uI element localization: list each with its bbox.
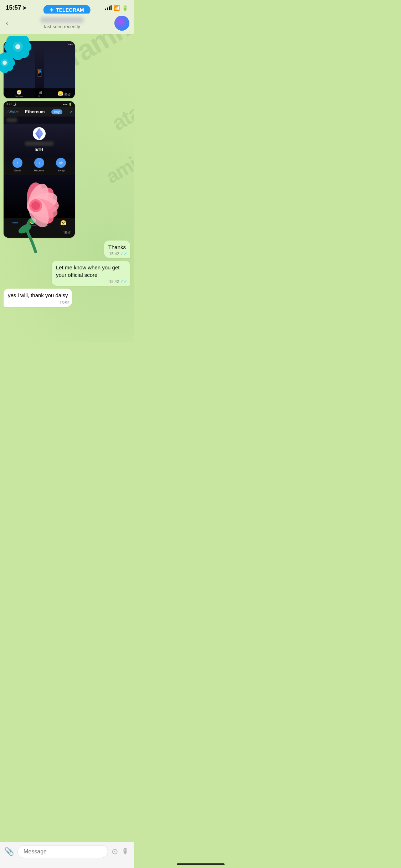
time-display: 15:57 xyxy=(6,4,21,11)
svg-point-0 xyxy=(114,16,129,31)
eth-action-buttons: ↑ Send ↓ Receive ⇄ Swap xyxy=(4,155,75,175)
eth-buy-button: Buy xyxy=(51,109,63,114)
eth-receive-button: ↓ Receive xyxy=(34,158,45,172)
thanks-time: 15:42 xyxy=(109,252,119,256)
eth-screenshot-message: 3:41 🌙 ●●● 🔋 ‹ Wallet Ethereum Buy ↗ xyxy=(4,101,130,238)
first-screenshot-bubble[interactable]: 3:41 ●●● 📱 🧭 Discover xyxy=(4,41,75,98)
status-icons: 📶 🔋 xyxy=(105,5,128,11)
avatar-image xyxy=(114,16,129,31)
score-text: Let me know when you get your official s… xyxy=(56,264,119,278)
eth-logo-area: ETH xyxy=(4,124,75,155)
wifi-icon: 📶 xyxy=(114,5,120,11)
eth-send-button: ↑ Send xyxy=(12,158,22,172)
eth-back-label: ‹ Wallet xyxy=(6,110,19,114)
eth-swap-icon: ⇄ xyxy=(56,158,66,168)
status-bar: 15:57 ➤ ✈ TELEGRAM 📶 🔋 xyxy=(0,0,134,14)
first-screenshot-time: 15:41 xyxy=(63,93,72,97)
thanks-read-icon: ✓✓ xyxy=(120,251,127,256)
eth-receive-label: Receive xyxy=(34,169,45,172)
first-screenshot-message: 3:41 ●●● 📱 🧭 Discover xyxy=(4,41,130,98)
reply-time: 15:52 xyxy=(60,301,70,305)
eth-send-label: Send xyxy=(14,169,21,172)
chat-background: Тelegramm ata ami xyxy=(0,34,134,342)
eth-currency-label: ETH xyxy=(35,147,43,151)
svg-marker-23 xyxy=(39,128,43,136)
eth-flower-area xyxy=(4,175,75,218)
score-read-icon: ✓✓ xyxy=(120,279,127,284)
eth-bottom-nav: Wallet 🧭 Discover ⊞ Br... 😤 xyxy=(4,218,75,228)
eth-logo-circle xyxy=(33,127,46,140)
battery-icon: 🔋 xyxy=(122,5,128,11)
reply-bubble: yes i will, thank you daisy 15:52 xyxy=(4,289,72,307)
score-meta: 15:42 ✓✓ xyxy=(109,279,127,284)
score-bubble: Let me know when you get your official s… xyxy=(52,261,130,286)
telegram-label: TELEGRAM xyxy=(56,7,84,13)
signal-bar-3 xyxy=(109,6,110,10)
signal-bars xyxy=(105,5,112,10)
header-center: last seen recently xyxy=(13,17,111,29)
eth-receive-icon: ↓ xyxy=(34,158,44,168)
location-arrow-icon: ➤ xyxy=(22,5,27,11)
score-time: 15:42 xyxy=(109,279,119,284)
last-seen-text: last seen recently xyxy=(13,24,111,29)
eth-balance-row xyxy=(4,117,75,124)
eth-swap-button: ⇄ Swap xyxy=(56,158,66,172)
back-button[interactable]: ‹ xyxy=(4,19,10,28)
eth-title-label: Ethereum xyxy=(25,109,45,114)
score-message: Let me know when you get your official s… xyxy=(4,261,130,286)
eth-footer: Wallet 🧭 Discover ⊞ Br... 😤 xyxy=(4,218,75,228)
eth-wallet-header: ‹ Wallet Ethereum Buy ↗ xyxy=(4,107,75,117)
eth-swap-label: Swap xyxy=(57,169,65,172)
eth-screenshot-time: 15:41 xyxy=(63,231,72,235)
eth-balance-blur xyxy=(6,118,17,122)
reply-meta: 15:52 xyxy=(60,301,70,305)
eth-amount-blur xyxy=(25,141,53,146)
telegram-icon: ✈ xyxy=(50,7,54,13)
chat-header: ‹ last seen recently xyxy=(0,14,134,34)
thanks-meta: 15:42 ✓✓ xyxy=(109,251,127,256)
eth-status-bar: 3:41 🌙 ●●● 🔋 xyxy=(4,101,75,107)
signal-bar-2 xyxy=(107,7,108,10)
reply-text: yes i will, thank you daisy xyxy=(8,292,68,298)
back-arrow-icon[interactable]: ‹ xyxy=(6,19,8,27)
thanks-message: Thanks 15:42 ✓✓ xyxy=(4,241,130,258)
eth-screenshot-bubble[interactable]: 3:41 🌙 ●●● 🔋 ‹ Wallet Ethereum Buy ↗ xyxy=(4,101,75,238)
eth-send-icon: ↑ xyxy=(12,158,22,168)
first-screenshot-image: 3:41 ●●● 📱 🧭 Discover xyxy=(4,41,75,98)
contact-name xyxy=(41,17,83,23)
thanks-text: Thanks xyxy=(108,244,126,250)
signal-bar-4 xyxy=(110,5,112,10)
reply-message: yes i will, thank you daisy 15:52 xyxy=(4,289,130,307)
eth-screenshot-time-area: 15:41 xyxy=(4,228,75,238)
status-time: 15:57 ➤ xyxy=(6,4,27,11)
contact-avatar[interactable] xyxy=(114,16,129,31)
messages-container: 3:41 ●●● 📱 🧭 Discover xyxy=(0,38,134,313)
svg-point-13 xyxy=(0,58,4,67)
thanks-bubble: Thanks 15:42 ✓✓ xyxy=(104,241,130,258)
signal-bar-1 xyxy=(105,9,106,10)
screenshot-status-bar: 3:41 ●●● xyxy=(4,41,75,47)
ethereum-logo xyxy=(35,128,43,139)
